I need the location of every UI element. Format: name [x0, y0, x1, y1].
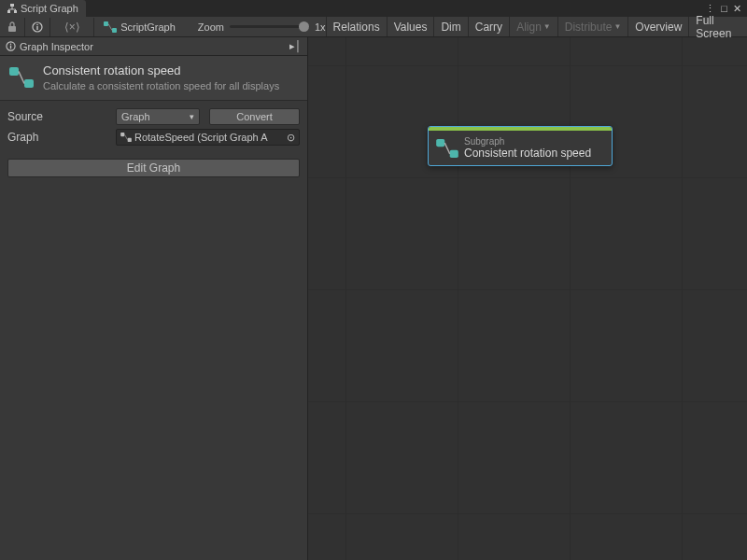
distribute-button[interactable]: Distribute▼: [557, 17, 628, 36]
svg-rect-15: [128, 138, 132, 142]
convert-button[interactable]: Convert: [209, 108, 300, 125]
relations-button[interactable]: Relations: [326, 17, 387, 36]
braces-icon: ⟨×⟩: [64, 21, 80, 34]
node-type-label: Subgraph: [464, 136, 591, 147]
info-icon: [6, 41, 16, 51]
subgraph-icon: [7, 63, 35, 91]
node-description: Calculate a consistent rotation speed fo…: [43, 79, 279, 92]
hierarchy-icon: [7, 4, 17, 13]
graph-icon: [104, 21, 117, 33]
carry-button[interactable]: Carry: [468, 17, 509, 36]
source-dropdown[interactable]: Graph: [116, 108, 200, 125]
svg-rect-6: [37, 26, 38, 30]
align-button[interactable]: Align▼: [509, 17, 557, 36]
graph-breadcrumb[interactable]: ScriptGraph: [104, 21, 176, 33]
zoom-label: Zoom: [198, 21, 224, 33]
window-tab[interactable]: Script Graph: [0, 0, 86, 17]
graph-asset-field[interactable]: RotateSpeed (Script Graph A ⊙: [116, 129, 300, 146]
values-button[interactable]: Values: [387, 17, 434, 36]
overview-button[interactable]: Overview: [627, 17, 688, 36]
svg-rect-17: [450, 149, 458, 157]
svg-rect-13: [24, 79, 34, 88]
subgraph-icon: [436, 139, 458, 158]
svg-rect-7: [104, 21, 108, 26]
zoom-value: 1x: [315, 21, 326, 33]
tab-title: Script Graph: [21, 3, 78, 14]
svg-point-5: [37, 23, 39, 25]
svg-rect-2: [14, 10, 17, 13]
lock-icon: [7, 21, 17, 33]
svg-rect-14: [120, 133, 124, 136]
svg-rect-16: [436, 139, 444, 147]
svg-rect-0: [10, 4, 14, 7]
subgraph-node[interactable]: Subgraph Consistent rotation speed: [428, 126, 613, 166]
graph-icon: [120, 133, 132, 142]
object-picker-icon[interactable]: ⊙: [287, 132, 295, 144]
svg-rect-11: [10, 46, 11, 49]
inspector-title: Graph Inspector: [20, 41, 93, 52]
chevron-down-icon: ▼: [613, 22, 621, 31]
node-title: Consistent rotation speed: [43, 63, 279, 77]
dim-button[interactable]: Dim: [433, 17, 467, 36]
graph-prop-label: Graph: [7, 131, 110, 144]
svg-rect-1: [7, 10, 10, 13]
node-title: Consistent rotation speed: [464, 147, 591, 160]
collapse-icon[interactable]: ▸│: [289, 40, 302, 52]
svg-rect-12: [9, 67, 19, 76]
svg-rect-8: [112, 28, 117, 33]
edit-graph-button[interactable]: Edit Graph: [7, 159, 300, 177]
chevron-down-icon: ▼: [543, 22, 551, 31]
source-label: Source: [7, 110, 110, 123]
lock-button[interactable]: [0, 18, 25, 36]
graph-name: ScriptGraph: [120, 21, 176, 33]
info-button[interactable]: [25, 18, 50, 36]
svg-point-10: [10, 43, 11, 44]
fullscreen-button[interactable]: Full Screen: [688, 17, 747, 36]
info-icon: [32, 21, 43, 33]
node-info-panel: Consistent rotation speed Calculate a co…: [0, 56, 307, 101]
graph-canvas[interactable]: Subgraph Consistent rotation speed: [308, 37, 747, 560]
inspector-header: Graph Inspector ▸│: [0, 37, 307, 56]
maximize-icon[interactable]: □: [721, 3, 727, 14]
zoom-slider[interactable]: [230, 25, 309, 28]
variables-button[interactable]: ⟨×⟩: [50, 18, 94, 36]
svg-rect-3: [8, 26, 16, 32]
